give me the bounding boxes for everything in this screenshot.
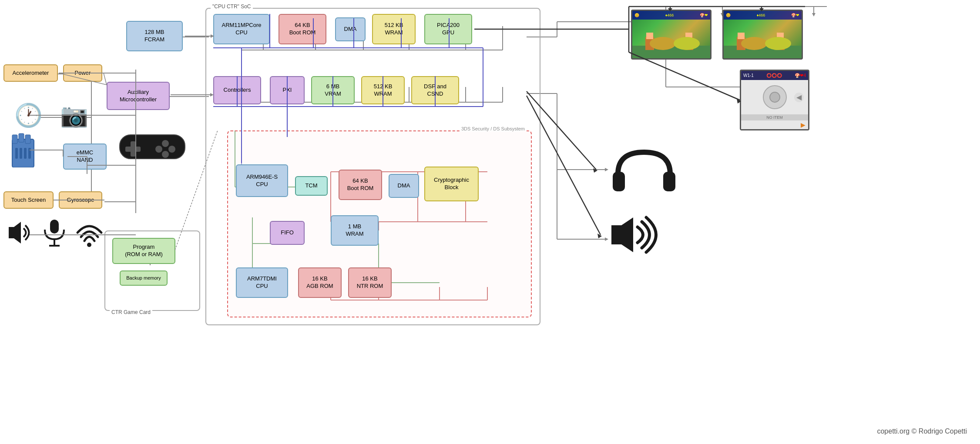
ntr-rom-label: 16 KBNTR ROM [357,275,383,290]
program-rom-ram-label: Program(ROM or RAM) [125,244,163,258]
accelerometer-label: Accelerometer [13,70,49,77]
headphones-icon [609,144,679,196]
accelerometer-box: Accelerometer [3,64,58,82]
pica200-label: PICA200GPU [437,22,460,37]
emmc-nand-box: eMMCNAND [63,144,107,170]
svg-marker-110 [593,168,597,173]
dma1-label: DMA [344,26,357,33]
gyroscope-box: Gyroscope [59,191,102,209]
arm946e-box: ARM946E-SCPU [236,164,288,197]
svg-rect-75 [25,135,30,144]
camera-icon: 📷 [57,98,91,133]
boot-rom-64-2-label: 64 KBBoot ROM [347,177,374,192]
svg-point-98 [674,37,700,50]
arm7tdmi-box: ARM7TDMICPU [236,267,288,298]
security-subsystem-label: 3DS Security / DS Subsystem [460,126,527,131]
arm11-label: ARM11MPCoreCPU [222,22,261,37]
backup-memory-box: Backup memory [120,270,168,286]
fcram-label: 128 MBFCRAM [144,29,164,43]
pxi-box: PXI [270,76,305,104]
ntr-rom-box: 16 KBNTR ROM [348,267,392,298]
wram-1mb-box: 1 MBWRAM [331,215,379,246]
svg-marker-87 [9,222,21,244]
aux-micro-label: AuxiliaryMicrocontroller [120,89,157,103]
program-rom-ram-box: Program(ROM or RAM) [112,238,175,264]
controllers-label: Controllers [224,87,251,94]
svg-rect-73 [12,135,17,144]
wifi-icon [73,217,106,248]
arm946e-label: ARM946E-SCPU [246,174,278,188]
fifo-label: FIFO [281,229,294,237]
svg-point-85 [162,151,169,158]
top-screen-2: 😊 ♦466 🍄❤ [722,10,803,60]
dma1-box: DMA [335,17,366,41]
boot-rom-64-box: 64 KBBoot ROM [279,14,326,44]
svg-rect-94 [646,33,653,39]
power-box: Power [63,64,102,82]
top-screen-1: 😊 ♦466 🍄❤ [631,10,712,60]
backup-memory-label: Backup memory [126,275,161,281]
emmc-nand-label: eMMCNAND [77,149,93,164]
ctr-game-card-label: CTR Game Card [110,309,152,315]
svg-point-97 [650,37,676,50]
crypto-block-box: CryptographicBlock [424,167,479,201]
svg-marker-39 [605,168,608,171]
svg-line-142 [104,73,107,85]
microphone-icon [41,217,67,248]
svg-rect-88 [50,220,59,234]
gyroscope-label: Gyroscope [67,197,94,204]
svg-point-83 [162,140,169,147]
power-label: Power [75,70,91,77]
svg-rect-74 [19,134,24,142]
dma2-label: DMA [398,182,410,190]
vram-6mb-box: 6 MBVRAM [311,76,355,104]
svg-marker-108 [611,217,633,252]
pxi-label: PXI [283,87,292,94]
agb-rom-label: 16 KBAGB ROM [306,275,333,290]
speaker-left-icon [4,217,35,248]
aux-micro-box: AuxiliaryMicrocontroller [107,82,170,110]
dsp-csnd-label: DSP andCSND [424,83,446,98]
bottom-screen: W1-1 ⭕⭕⭕ 🍄❤4 ◀ NO ITEM ▶ [740,70,809,130]
svg-rect-106 [613,172,625,191]
dsp-csnd-box: DSP andCSND [411,76,459,104]
wram-512-2-box: 512 KBWRAM [361,76,405,104]
tcm-label: TCM [305,182,317,190]
wram-1mb-label: 1 MBWRAM [346,223,363,238]
dma2-box: DMA [389,174,419,198]
crypto-block-label: CryptographicBlock [434,177,469,191]
gamepad-icon [117,128,187,163]
svg-marker-112 [597,234,602,238]
svg-point-104 [741,37,767,50]
svg-point-86 [155,146,162,153]
svg-rect-107 [663,172,675,191]
svg-rect-101 [738,33,745,39]
wram-512-2-label: 512 KBWRAM [374,83,393,98]
controllers-box: Controllers [213,76,261,104]
boot-rom-64-label: 64 KBBoot ROM [289,22,316,37]
boot-rom-64-2-box: 64 KBBoot ROM [339,170,382,200]
sd-card-icon [7,133,39,167]
arm11-cpu-box: ARM11MPCoreCPU [213,14,270,44]
svg-point-105 [765,37,791,50]
tcm-box: TCM [295,176,328,196]
svg-rect-77 [20,148,22,159]
fifo-box: FIFO [270,221,305,245]
fcram-box: 128 MBFCRAM [126,21,183,51]
svg-rect-76 [15,148,18,159]
speaker-icon [605,213,675,257]
wram-512-1-label: 512 KBWRAM [385,22,403,37]
touch-screen-box: Touch Screen [3,191,54,209]
svg-point-84 [168,146,175,153]
cpu-ctr-label: "CPU CTR" SoC [211,3,253,10]
pica200-box: PICA200GPU [424,14,472,44]
svg-rect-82 [125,147,141,152]
agb-rom-box: 16 KBAGB ROM [298,267,342,298]
svg-point-91 [87,243,91,247]
svg-rect-78 [24,148,27,159]
vram-6mb-label: 6 MBVRAM [325,83,341,98]
svg-rect-79 [28,148,31,159]
wram-512-1-box: 512 KBWRAM [372,14,416,44]
svg-marker-34 [812,13,816,17]
touch-screen-label: Touch Screen [11,197,46,204]
